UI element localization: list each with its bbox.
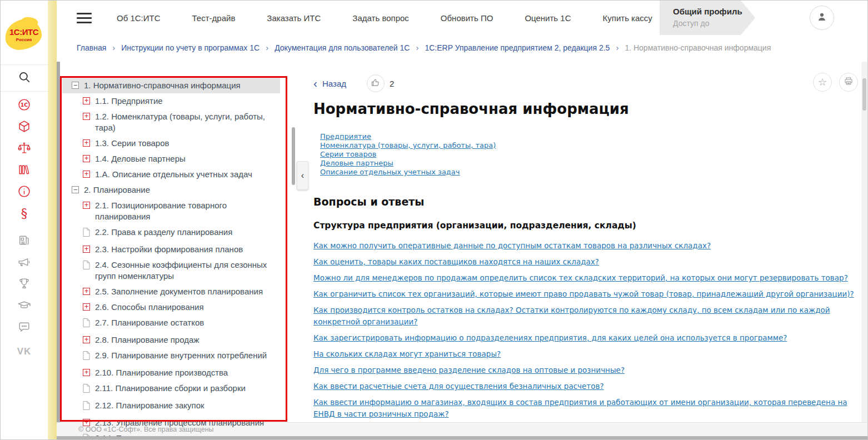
expand-plus-icon[interactable]: + [83, 303, 90, 311]
nav-item[interactable]: Оценить 1С [525, 13, 571, 23]
back-button[interactable]: ‹ Назад [313, 79, 346, 88]
expand-plus-icon[interactable]: + [83, 97, 90, 104]
tree-item[interactable]: +2.1. Позиционирование товарного планиро… [62, 198, 280, 224]
question-link[interactable]: Для чего в программе введено разделение … [313, 364, 864, 376]
tree-item[interactable]: 2.2. Права к разделу планирования [62, 224, 280, 242]
tree-item[interactable]: +1.А. Описание отдельных учетных задач [62, 167, 280, 182]
collapse-minus-icon[interactable]: − [72, 186, 79, 193]
toc-link[interactable]: Предприятие [320, 132, 371, 141]
nav-item[interactable]: Задать вопрос [352, 13, 408, 23]
nav-item[interactable]: Об 1С:ИТС [117, 13, 161, 23]
expand-plus-icon[interactable]: + [83, 171, 90, 178]
thumbs-up-icon [371, 78, 380, 89]
document-icon [83, 228, 90, 239]
tree-item[interactable]: +2.8. Планирование продаж [62, 332, 280, 348]
user-avatar[interactable] [810, 6, 834, 30]
books-icon[interactable] [17, 162, 32, 177]
tree-item[interactable]: +2.5. Заполнение документов планирования [62, 284, 280, 299]
profile-access-label: Доступ до [673, 19, 755, 28]
tree-item[interactable]: 2.7. Планирование остатков [62, 315, 280, 332]
print-button[interactable] [839, 73, 858, 92]
star-icon: ☆ [818, 76, 827, 88]
tree-scrollbar-thumb[interactable] [292, 127, 295, 185]
tree-item[interactable]: +1.2. Номенклатура (товары, услуги, рабо… [62, 109, 280, 136]
tree-item[interactable]: 2.9. Планирование внутренних потреблений [62, 348, 280, 365]
package-icon[interactable] [17, 119, 32, 133]
tree-item[interactable]: −2. Планирование [62, 182, 280, 198]
nav-item[interactable]: Купить кассу [603, 13, 652, 23]
question-link[interactable]: Как ввести расчетные счета для осуществл… [313, 381, 864, 392]
tree-item[interactable]: 2.11. Планирование сборки и разборки [62, 381, 280, 398]
trophy-icon[interactable] [17, 276, 32, 291]
tree-item[interactable]: −1. Нормативно-справочная информация [62, 78, 280, 93]
breadcrumb-item[interactable]: 1С:ERP Управление предприятием 2, редакц… [425, 43, 610, 52]
toc-link[interactable]: Деловые партнеры [320, 159, 393, 168]
question-link[interactable]: Как производится контроль остатков на ск… [313, 304, 864, 328]
nav-item[interactable]: Обновить ПО [441, 13, 493, 23]
tree-item[interactable]: +2.3. Настройки формирования планов [62, 242, 280, 257]
tree-item[interactable]: 2.4. Сезонные коэффициенты для сезонных … [62, 257, 280, 284]
profile-panel[interactable]: Общий профиль Доступ до [660, 1, 755, 35]
expand-plus-icon[interactable]: + [83, 336, 90, 343]
favorite-button[interactable]: ☆ [813, 73, 832, 92]
nav-item[interactable]: Заказать ИТС [267, 13, 321, 23]
expand-plus-icon[interactable]: + [83, 369, 90, 376]
breadcrumb-item[interactable]: Документация для пользователей 1С [275, 43, 410, 52]
vk-icon[interactable]: VK [1, 346, 48, 357]
toc-link[interactable]: Описание отдельных учетных задач [320, 168, 460, 177]
tree-item[interactable]: +2.6. Способы планирования [62, 299, 280, 315]
expand-plus-icon[interactable]: + [83, 139, 90, 147]
info-icon[interactable] [17, 184, 32, 198]
tree-item[interactable]: +1.3. Серии товаров [62, 136, 280, 151]
question-link[interactable]: Можно ли для менеджеров по продажам опре… [313, 272, 864, 284]
profile-name: Общий профиль [673, 7, 755, 16]
tree-item-label: 2.7. Планирование остатков [95, 317, 204, 328]
back-label: Назад [322, 79, 346, 88]
1c-circle-icon[interactable]: 1С [17, 97, 32, 112]
search-button[interactable] [1, 64, 48, 92]
graduation-cap-icon[interactable] [17, 298, 32, 312]
question-link[interactable]: Как оценить, товары каких поставщиков на… [313, 256, 864, 268]
logo-text: 1С:ИТС [4, 27, 43, 37]
expand-plus-icon[interactable]: + [83, 288, 90, 295]
question-link[interactable]: Как можно получить оперативные данные по… [313, 240, 864, 252]
expand-plus-icon[interactable]: + [83, 202, 90, 209]
tree-item[interactable]: +1.4. Деловые партнеры [62, 151, 280, 167]
content-scrollbar-track[interactable] [861, 62, 867, 437]
toc-link[interactable]: Номенклатура (товары, услуги, работы, та… [320, 141, 496, 150]
expand-plus-icon[interactable]: + [83, 155, 90, 162]
expand-plus-icon[interactable]: + [83, 113, 90, 120]
scales-icon[interactable] [17, 141, 32, 155]
expand-plus-icon[interactable]: + [83, 419, 90, 426]
menu-hamburger-icon[interactable] [77, 13, 92, 23]
paragraph-icon[interactable]: § [17, 206, 32, 220]
question-link[interactable]: Как ввести информацию о магазинах, входя… [313, 397, 864, 420]
tree-item-label: 2.3. Настройки формирования планов [95, 244, 243, 255]
question-link[interactable]: На скольких складах могут храниться това… [313, 348, 864, 360]
question-link[interactable]: Как ограничить список тех организаций, к… [313, 288, 864, 300]
question-links: Как можно получить оперативные данные по… [313, 240, 864, 436]
collapse-tree-button[interactable]: ‹ [297, 161, 308, 190]
expand-plus-icon[interactable]: + [83, 246, 90, 253]
news-icon[interactable] [17, 233, 32, 247]
app-window: 1С:ИТС Россия 1С § [0, 0, 868, 440]
megaphone-icon[interactable] [17, 254, 32, 269]
content-scrollbar-thumb[interactable] [862, 78, 866, 111]
like-button[interactable] [367, 74, 385, 92]
tree-item[interactable]: +1.1. Предприятие [62, 93, 280, 109]
toc-link[interactable]: Серии товаров [320, 150, 376, 159]
toolbar-row: ‹ Назад 2 [313, 74, 864, 92]
tree-item[interactable]: 2.12. Планирование закупок [62, 398, 280, 415]
collapse-minus-icon[interactable]: − [72, 82, 79, 89]
document-icon [83, 401, 90, 413]
question-link[interactable]: Как зарегистрировать информацию о подраз… [313, 332, 864, 344]
printer-icon [844, 76, 854, 88]
chat-icon[interactable] [17, 319, 32, 334]
breadcrumb-item[interactable]: Главная [77, 43, 106, 52]
breadcrumb-item[interactable]: Инструкции по учету в программах 1С [121, 43, 260, 52]
tree-item[interactable]: +2.13. Управление процессом планирования [62, 415, 280, 431]
tree-item[interactable]: +2.10. Планирование производства [62, 365, 280, 381]
its-logo[interactable]: 1С:ИТС Россия [4, 17, 43, 53]
document-icon [83, 351, 90, 363]
nav-item[interactable]: Тест-драйв [192, 13, 236, 23]
